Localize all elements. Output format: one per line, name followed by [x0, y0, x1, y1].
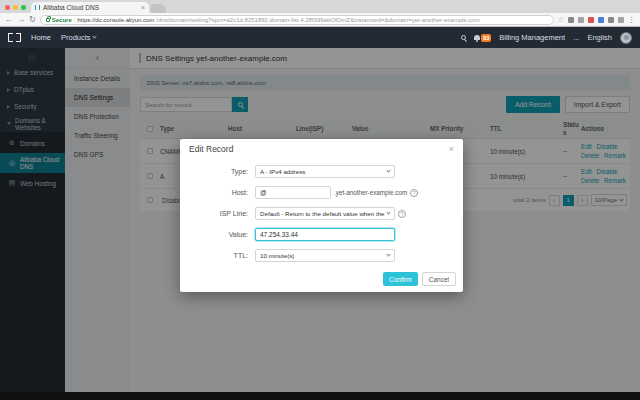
extension-icon[interactable] [568, 17, 574, 23]
nav-home[interactable]: Home [31, 33, 51, 42]
url-host: https://dc.console.aliyun.com [77, 17, 154, 23]
reload-icon[interactable] [29, 16, 36, 24]
lock-icon [46, 18, 50, 22]
chevron-down-icon [386, 210, 390, 214]
browser-tab[interactable]: Alibaba Cloud DNS [31, 2, 149, 13]
modal-body: Type: A - IPv4 address Host: .yet-anothe… [180, 159, 463, 286]
type-select[interactable]: A - IPv4 address [255, 165, 395, 178]
nav-products[interactable]: Products [61, 33, 96, 42]
bookmark-star-icon[interactable] [558, 16, 564, 23]
back-icon[interactable] [5, 16, 13, 24]
fullscreen-window-icon[interactable] [21, 5, 26, 10]
minimize-window-icon[interactable] [13, 5, 18, 10]
tab-title: Alibaba Cloud DNS [43, 4, 99, 11]
modal-header: Edit Record [180, 139, 463, 159]
alibaba-cloud-logo[interactable] [8, 33, 21, 42]
nav-language[interactable]: English [587, 33, 612, 42]
close-icon[interactable] [449, 145, 454, 154]
browser-toolbar: Secure | https://dc.console.aliyun.com/d… [0, 13, 640, 27]
address-bar[interactable]: Secure | https://dc.console.aliyun.com/d… [40, 15, 554, 25]
url-path: /dns/domain/setting?spm=a2c1d.8251892.do… [156, 17, 479, 23]
browser-menu-icon[interactable] [628, 16, 635, 23]
extension-icon[interactable] [588, 17, 594, 23]
desktop-edge [0, 392, 640, 400]
host-label: Host: [180, 189, 255, 196]
chevron-down-icon [386, 168, 390, 172]
edit-record-modal: Edit Record Type: A - IPv4 address Host:… [180, 139, 463, 292]
notifications[interactable]: 83 [474, 34, 491, 42]
avatar[interactable] [620, 32, 632, 44]
host-input[interactable] [255, 186, 331, 199]
chevron-down-icon [386, 252, 390, 256]
search-icon[interactable] [461, 35, 466, 40]
isp-line-select[interactable]: Default - Return to the default value wh… [255, 207, 395, 220]
tab-favicon [35, 5, 40, 10]
ttl-label: TTL: [180, 252, 255, 259]
extension-icon[interactable] [608, 17, 614, 23]
browser-tab-bar: Alibaba Cloud DNS [0, 0, 640, 13]
value-label: Value: [180, 231, 255, 238]
type-label: Type: [180, 168, 255, 175]
window-controls [5, 5, 26, 10]
ttl-select[interactable]: 10 minute(s) [255, 249, 395, 262]
url-separator: | [74, 17, 76, 23]
secure-label: Secure [52, 17, 72, 23]
host-suffix: .yet-another-example.com [334, 189, 407, 196]
notification-badge: 83 [481, 34, 491, 42]
confirm-button[interactable]: Confirm [383, 272, 418, 286]
extension-icon[interactable] [578, 17, 584, 23]
close-window-icon[interactable] [5, 5, 10, 10]
extension-icon[interactable] [618, 17, 624, 23]
isp-line-label: ISP Line: [180, 210, 255, 217]
new-tab-button[interactable] [151, 4, 166, 13]
cancel-button[interactable]: Cancel [422, 272, 456, 286]
modal-title: Edit Record [189, 144, 233, 154]
tab-close-icon[interactable] [141, 4, 145, 11]
extension-icon[interactable] [598, 17, 604, 23]
value-input[interactable] [255, 228, 395, 241]
chevron-down-icon [92, 34, 96, 38]
nav-more[interactable]: ... [573, 33, 579, 42]
help-icon[interactable] [398, 210, 406, 218]
help-icon[interactable] [410, 189, 418, 197]
forward-icon[interactable] [17, 16, 25, 24]
browser-window: Alibaba Cloud DNS Secure | https://dc.co… [0, 0, 640, 400]
console-top-nav: Home Products 83 Billing Management ... … [0, 27, 640, 48]
bell-icon [474, 35, 480, 40]
nav-billing[interactable]: Billing Management [499, 33, 565, 42]
